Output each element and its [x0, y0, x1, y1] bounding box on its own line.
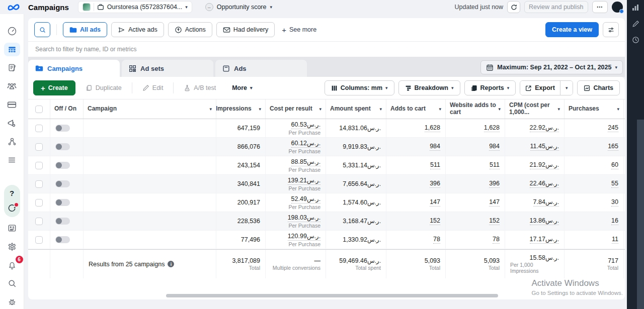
sort-caret-icon[interactable]: ▾ — [257, 107, 261, 112]
sort-caret-icon[interactable]: ▾ — [555, 107, 560, 112]
export-button[interactable]: Export — [520, 81, 560, 95]
history-clock-icon[interactable] — [631, 35, 640, 44]
table-row[interactable]: 200,917 52.49ر.س. Per Purchase 1,574.60ر… — [28, 193, 625, 212]
campaign-toggle[interactable] — [55, 180, 70, 187]
edit-button[interactable]: Edit — [136, 80, 170, 95]
row-checkbox[interactable] — [35, 162, 43, 169]
ad-account-selector[interactable]: Ourstoresa (5572837604... ▾ — [78, 1, 192, 13]
create-a-view-button[interactable]: Create a view — [545, 22, 599, 37]
see-more-filters[interactable]: + See more — [282, 26, 316, 34]
row-checkbox[interactable] — [35, 180, 43, 188]
more-button[interactable]: More ▾ — [226, 80, 258, 95]
account-overview-icon[interactable] — [4, 24, 20, 38]
sort-caret-icon[interactable]: ▾ — [207, 107, 212, 112]
briefcase-icon — [97, 4, 104, 11]
plus-icon: + — [41, 84, 45, 92]
settings-gear-icon[interactable] — [4, 240, 20, 254]
campaign-toggle[interactable] — [55, 125, 70, 132]
notifications-bell-icon[interactable]: 6 — [4, 258, 20, 272]
footer-cpm: 15.58ر.س. Per 1,000 Impressions — [505, 250, 565, 278]
export-icon — [525, 85, 532, 91]
duplicate-button[interactable]: Duplicate — [79, 80, 128, 95]
campaign-name-cell[interactable] — [84, 175, 216, 193]
sort-caret-icon[interactable]: ▾ — [496, 107, 501, 112]
help-icon[interactable]: ? — [4, 188, 20, 199]
campaign-name-cell[interactable] — [84, 138, 216, 156]
campaign-name-cell[interactable] — [84, 212, 216, 230]
opportunity-score-selector[interactable]: – Opportunity score ▾ — [205, 3, 272, 11]
ads-megaphone-icon[interactable] — [4, 116, 20, 130]
row-checkbox[interactable] — [35, 199, 43, 207]
column-header-impressions: Impressions — [216, 106, 252, 113]
row-checkbox[interactable] — [35, 218, 43, 225]
campaign-toggle[interactable] — [55, 143, 70, 150]
table-row[interactable]: 340,841 139.21ر.س. Per Purchase 7,656.64… — [28, 175, 625, 193]
table-row[interactable]: 77,496 120.99ر.س. Per Purchase 1,330.92ر… — [28, 231, 625, 249]
table-row[interactable]: 866,076 60.12ر.س. Per Purchase 9,919.83ر… — [28, 138, 625, 156]
meta-logo-icon[interactable] — [7, 3, 20, 11]
export-options-button[interactable]: ▾ — [560, 81, 573, 95]
select-all-checkbox[interactable] — [35, 106, 43, 113]
row-checkbox[interactable] — [35, 236, 43, 244]
tab-ads[interactable]: Ads — [215, 60, 307, 77]
campaign-name-cell[interactable] — [84, 119, 216, 137]
search-input[interactable] — [35, 46, 618, 53]
left-navigation-rail: ? 6 — [0, 14, 24, 309]
profile-avatar[interactable] — [612, 2, 623, 13]
search-filter-button[interactable] — [34, 22, 50, 37]
campaign-name-cell[interactable] — [84, 193, 216, 212]
tab-campaigns[interactable]: Campaigns — [28, 60, 120, 77]
filter-had-delivery[interactable]: Had delivery — [216, 22, 275, 37]
campaign-toggle[interactable] — [55, 236, 70, 243]
charts-button[interactable]: Charts — [577, 80, 620, 95]
horizontal-scrollbar[interactable] — [166, 294, 498, 297]
review-and-publish-button[interactable]: Review and publish — [524, 1, 588, 13]
tab-ad-sets[interactable]: Ad sets — [122, 60, 213, 77]
sort-caret-icon[interactable]: ▾ — [615, 107, 619, 112]
more-options-button[interactable]: … — [592, 1, 608, 13]
billing-icon[interactable] — [4, 98, 20, 112]
campaign-name-cell[interactable] — [84, 156, 216, 174]
row-checkbox[interactable] — [35, 143, 43, 151]
campaigns-table-icon[interactable] — [4, 43, 20, 57]
reports-button[interactable]: Reports ▾ — [464, 80, 516, 95]
filter-all-ads[interactable]: All ads — [63, 22, 107, 37]
support-chat-icon[interactable] — [4, 202, 20, 214]
impressions-cell: 866,076 — [216, 138, 266, 156]
date-range-selector[interactable]: Maximum: Sep 21, 2022 – Oct 21, 2025 ▾ — [480, 60, 623, 74]
breakdown-button[interactable]: Breakdown ▾ — [398, 80, 460, 95]
table-row[interactable]: 647,159 60.53ر.س. Per Purchase 14,831.06… — [28, 119, 625, 138]
sort-caret-icon[interactable]: ▾ — [437, 107, 441, 112]
ab-test-button[interactable]: A/B test — [178, 80, 222, 95]
create-button[interactable]: + Create — [33, 80, 75, 95]
campaign-toggle[interactable] — [55, 218, 70, 225]
column-header-adds-to-cart: Adds to cart — [390, 106, 426, 113]
insights-chart-icon[interactable] — [631, 3, 640, 12]
side-panel-edge — [637, 120, 644, 309]
filter-actions[interactable]: Actions — [168, 22, 212, 37]
info-icon[interactable]: i — [168, 261, 174, 267]
edit-pencil-icon[interactable] — [631, 19, 640, 28]
campaign-toggle[interactable] — [55, 199, 70, 206]
view-settings-button[interactable] — [603, 22, 619, 37]
table-row[interactable]: 243,154 88.85ر.س. Per Purchase 5,331.14ر… — [28, 156, 625, 175]
row-checkbox[interactable] — [35, 125, 43, 132]
report-bug-icon[interactable] — [4, 295, 20, 309]
refresh-button[interactable] — [507, 1, 520, 13]
table-row[interactable]: 228,536 198.03ر.س. Per Purchase 3,168.47… — [28, 212, 625, 231]
sort-caret-icon[interactable]: ▾ — [317, 107, 321, 112]
updates-feed-icon[interactable] — [4, 222, 20, 236]
audiences-icon[interactable] — [4, 79, 20, 93]
events-manager-icon[interactable] — [4, 135, 20, 149]
pages-icon[interactable] — [4, 61, 20, 75]
columns-button[interactable]: Columns: mm ▾ — [325, 80, 394, 95]
search-nav-icon[interactable] — [4, 277, 20, 291]
campaign-toggle[interactable] — [55, 162, 70, 169]
table-search-bar[interactable] — [28, 41, 625, 56]
sort-caret-icon[interactable]: ▾ — [377, 107, 382, 112]
amount-spent-cell: 7,656.64ر.س. — [326, 175, 386, 193]
campaign-name-cell[interactable] — [84, 231, 216, 249]
updated-status: Updated just now — [455, 4, 504, 11]
all-tools-menu-icon[interactable] — [4, 153, 20, 167]
filter-active-ads[interactable]: Active ads — [111, 22, 164, 37]
